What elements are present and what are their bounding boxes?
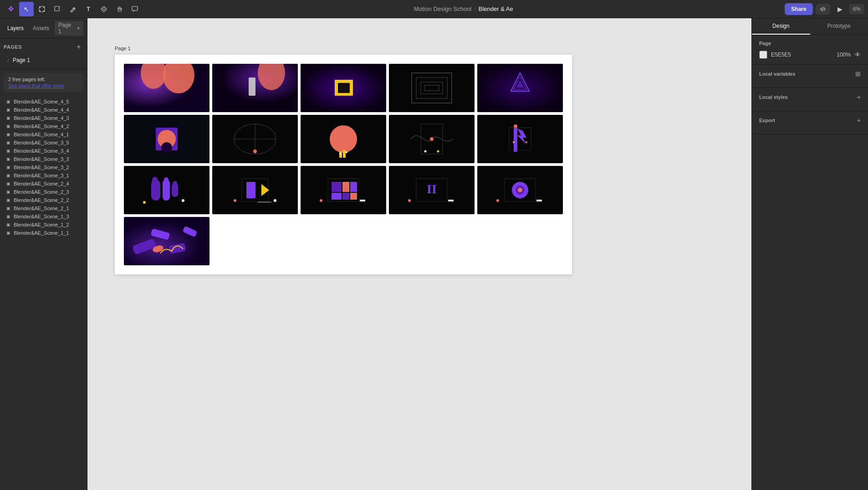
layer-frame-icon: ▣	[5, 230, 11, 236]
svg-rect-73	[342, 182, 349, 192]
share-button[interactable]: Share	[785, 3, 812, 15]
scene-thumbnail[interactable]	[477, 64, 563, 112]
see-plans-link[interactable]: See plans that offer more	[8, 83, 64, 88]
svg-rect-47	[514, 126, 517, 152]
sidebar-tabs: Layers Assets Page 1 ▾	[0, 18, 87, 39]
svg-point-57	[152, 177, 158, 182]
add-page-button[interactable]: +	[74, 42, 83, 52]
component-tool-button[interactable]	[97, 2, 111, 16]
canvas[interactable]: Page 1 II	[87, 18, 751, 490]
svg-rect-7	[45, 8, 45, 10]
scene-thumbnail[interactable]	[477, 166, 563, 214]
scene-thumbnail[interactable]	[124, 166, 209, 214]
svg-point-50	[526, 141, 527, 143]
text-tool-button[interactable]: T	[81, 2, 96, 16]
canvas-inner: Page 1 II	[87, 18, 751, 490]
page-section-header: Page	[759, 41, 861, 46]
scenes-grid: II	[124, 64, 563, 265]
scene-thumbnail[interactable]	[212, 166, 298, 214]
svg-point-88	[518, 188, 522, 192]
svg-point-60	[143, 201, 146, 204]
scene-thumbnail[interactable]	[301, 166, 386, 214]
svg-point-58	[164, 177, 168, 182]
layer-item[interactable]: ▣Blender&AE_Scene_4_2	[0, 122, 87, 130]
scene-thumbnail[interactable]	[124, 217, 209, 265]
code-button[interactable]	[816, 4, 830, 15]
layer-frame-icon: ▣	[5, 214, 11, 219]
shape-tool-button[interactable]	[50, 2, 65, 16]
local-variables-settings-icon[interactable]: ⊞	[855, 70, 861, 77]
right-panel-tabs: Design Prototype	[752, 18, 868, 35]
layer-frame-icon: ▣	[5, 197, 11, 203]
svg-rect-6	[39, 8, 40, 10]
zoom-level[interactable]: 6%	[849, 4, 864, 14]
export-add-icon[interactable]: +	[857, 117, 861, 124]
page-indicator[interactable]: Page 1 ▾	[55, 21, 83, 36]
pen-tool-button[interactable]	[66, 2, 80, 16]
svg-point-89	[496, 199, 499, 202]
page-opacity-label[interactable]: 100%	[837, 52, 851, 58]
scene-thumbnail[interactable]	[477, 115, 563, 163]
layer-item[interactable]: ▣Blender&AE_Scene_3_4	[0, 147, 87, 155]
layer-item[interactable]: ▣Blender&AE_Scene_2_3	[0, 188, 87, 196]
scene-thumbnail[interactable]	[389, 64, 475, 112]
layer-item[interactable]: ▣Blender&AE_Scene_4_3	[0, 114, 87, 122]
page-item-1[interactable]: ✓ Page 1	[4, 55, 83, 65]
svg-point-77	[320, 199, 322, 202]
eye-icon[interactable]: 👁	[854, 51, 861, 58]
layer-item[interactable]: ▣Blender&AE_Scene_1_1	[0, 229, 87, 237]
layer-item[interactable]: ▣Blender&AE_Scene_4_1	[0, 130, 87, 139]
svg-rect-72	[332, 193, 342, 200]
page-color-row: E5E5E5 100% 👁	[759, 51, 861, 59]
play-button[interactable]: ▶	[833, 2, 848, 16]
layer-item[interactable]: ▣Blender&AE_Scene_4_4	[0, 106, 87, 114]
assets-tab[interactable]: Assets	[29, 23, 53, 33]
scene-thumbnail[interactable]	[389, 115, 475, 163]
scene-thumbnail[interactable]: II	[389, 166, 475, 214]
select-tool-button[interactable]: ↖	[19, 2, 34, 16]
svg-text:II: II	[427, 182, 437, 196]
scene-thumbnail[interactable]	[212, 217, 298, 265]
hand-tool-button[interactable]	[112, 2, 127, 16]
scene-thumbnail[interactable]	[212, 64, 298, 112]
svg-point-32	[161, 142, 172, 153]
file-name[interactable]: Blender & Ae	[479, 5, 513, 12]
layers-list: ▣Blender&AE_Scene_4_5▣Blender&AE_Scene_4…	[0, 96, 87, 490]
toolbar-tools: ❖ ↖ T	[4, 2, 142, 16]
figma-menu-button[interactable]: ❖	[4, 2, 18, 16]
frame-tool-button[interactable]	[35, 2, 49, 16]
svg-rect-68	[258, 201, 271, 203]
scene-thumbnail[interactable]	[212, 115, 298, 163]
page-color-swatch[interactable]	[759, 51, 767, 59]
layer-item[interactable]: ▣Blender&AE_Scene_1_2	[0, 221, 87, 229]
pages-header: Pages +	[4, 42, 83, 52]
frame-container: II	[115, 55, 572, 274]
svg-point-51	[513, 141, 515, 143]
layer-item[interactable]: ▣Blender&AE_Scene_3_5	[0, 139, 87, 147]
layer-frame-icon: ▣	[5, 156, 11, 162]
layer-item[interactable]: ▣Blender&AE_Scene_4_5	[0, 98, 87, 106]
scene-thumbnail[interactable]	[301, 64, 386, 112]
left-sidebar: Layers Assets Page 1 ▾ Pages + ✓ Page 1 …	[0, 18, 87, 490]
layer-item[interactable]: ▣Blender&AE_Scene_2_4	[0, 180, 87, 188]
scene-thumbnail[interactable]	[124, 64, 209, 112]
project-name[interactable]: Motion Design School	[414, 5, 471, 12]
comment-tool-button[interactable]	[128, 2, 142, 16]
free-pages-text: 2 free pages left.	[8, 77, 79, 82]
design-tab[interactable]: Design	[752, 18, 810, 35]
layers-tab[interactable]: Layers	[4, 23, 27, 33]
scene-thumbnail[interactable]	[124, 115, 209, 163]
svg-rect-8	[55, 6, 59, 11]
scene-thumbnail[interactable]	[301, 115, 386, 163]
page-section-title: Page	[759, 41, 771, 46]
svg-rect-76	[350, 193, 357, 200]
layer-item[interactable]: ▣Blender&AE_Scene_3_2	[0, 163, 87, 171]
layer-item[interactable]: ▣Blender&AE_Scene_3_3	[0, 155, 87, 163]
local-styles-add-icon[interactable]: +	[857, 93, 861, 101]
layer-item[interactable]: ▣Blender&AE_Scene_3_1	[0, 171, 87, 180]
layer-item[interactable]: ▣Blender&AE_Scene_2_2	[0, 196, 87, 204]
layer-item[interactable]: ▣Blender&AE_Scene_1_3	[0, 212, 87, 221]
prototype-tab[interactable]: Prototype	[810, 18, 868, 35]
layer-item[interactable]: ▣Blender&AE_Scene_2_1	[0, 204, 87, 212]
page-color-label[interactable]: E5E5E5	[771, 52, 833, 58]
